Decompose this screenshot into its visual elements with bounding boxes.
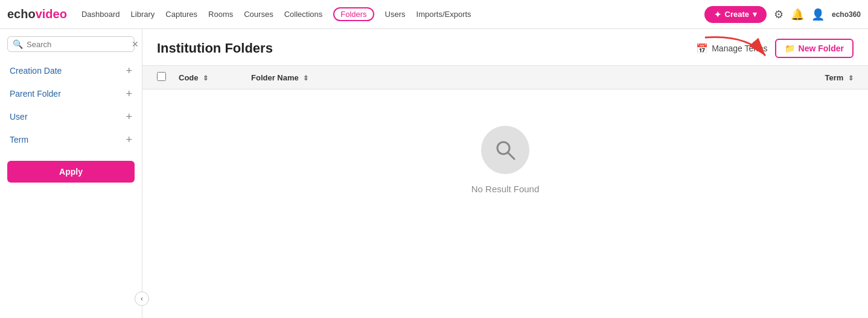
username-label: echo360 bbox=[832, 10, 861, 19]
code-column-label: Code bbox=[179, 73, 199, 82]
filter-parent-folder-label: Parent Folder bbox=[10, 89, 61, 99]
folder-name-column-label: Folder Name bbox=[251, 73, 299, 82]
folder-name-sort-icon: ⇕ bbox=[303, 74, 308, 82]
new-folder-label: New Folder bbox=[799, 44, 844, 53]
expand-term-icon: + bbox=[126, 134, 132, 145]
filter-creation-date-label: Creation Date bbox=[10, 66, 62, 76]
term-column-label: Term bbox=[825, 73, 844, 82]
table-area: Code ⇕ Folder Name ⇕ Term ⇕ bbox=[142, 66, 868, 318]
create-button[interactable]: ✦ Create ▾ bbox=[704, 6, 767, 23]
user-icon[interactable]: 👤 bbox=[811, 8, 825, 21]
nav-links: Dashboard Library Captures Rooms Courses… bbox=[81, 7, 704, 21]
empty-state: No Result Found bbox=[142, 89, 868, 230]
create-spark-icon: ✦ bbox=[714, 10, 721, 19]
th-code[interactable]: Code ⇕ bbox=[179, 73, 251, 82]
filter-user[interactable]: User + bbox=[0, 105, 142, 128]
code-sort-icon: ⇕ bbox=[203, 74, 208, 82]
top-navigation: echovideo Dashboard Library Captures Roo… bbox=[0, 0, 868, 29]
empty-search-icon-circle bbox=[481, 126, 529, 174]
manage-terms-button[interactable]: 📅 Manage Terms bbox=[696, 43, 767, 54]
main-layout: 🔍 ✕ Creation Date + Parent Folder + User… bbox=[0, 29, 868, 318]
nav-captures[interactable]: Captures bbox=[165, 10, 197, 19]
logo-video: video bbox=[36, 7, 67, 21]
manage-terms-label: Manage Terms bbox=[712, 44, 767, 53]
logo-echo: echo bbox=[7, 7, 36, 21]
expand-user-icon: + bbox=[126, 111, 132, 122]
filter-creation-date[interactable]: Creation Date + bbox=[0, 59, 142, 82]
th-folder-name[interactable]: Folder Name ⇕ bbox=[251, 73, 763, 82]
logo[interactable]: echovideo bbox=[7, 7, 67, 21]
nav-courses[interactable]: Courses bbox=[244, 10, 273, 19]
nav-dashboard[interactable]: Dashboard bbox=[81, 10, 120, 19]
no-result-text: No Result Found bbox=[471, 184, 540, 194]
svg-line-1 bbox=[508, 152, 514, 159]
page-title: Institution Folders bbox=[157, 41, 273, 56]
nav-collections[interactable]: Collections bbox=[284, 10, 323, 19]
term-sort-icon: ⇕ bbox=[848, 74, 854, 82]
bell-icon[interactable]: 🔔 bbox=[791, 8, 804, 21]
expand-parent-folder-icon: + bbox=[126, 88, 132, 99]
nav-folders[interactable]: Folders bbox=[333, 7, 374, 21]
search-icon: 🔍 bbox=[13, 39, 23, 49]
new-folder-button[interactable]: 📁 New Folder bbox=[775, 39, 854, 58]
calendar-icon: 📅 bbox=[696, 43, 708, 54]
create-chevron-icon: ▾ bbox=[753, 10, 757, 19]
nav-imports-exports[interactable]: Imports/Exports bbox=[416, 10, 471, 19]
main-content: Institution Folders 📅 Manage Terms 📁 New… bbox=[142, 29, 868, 318]
th-term[interactable]: Term ⇕ bbox=[763, 73, 854, 82]
nav-right-icons: ⚙ 🔔 👤 echo360 bbox=[774, 8, 861, 21]
folder-plus-icon: 📁 bbox=[785, 44, 795, 53]
create-label: Create bbox=[725, 10, 749, 19]
nav-users[interactable]: Users bbox=[385, 10, 406, 19]
magnifier-icon bbox=[493, 138, 517, 162]
sidebar: 🔍 ✕ Creation Date + Parent Folder + User… bbox=[0, 29, 142, 318]
expand-creation-date-icon: + bbox=[126, 65, 132, 76]
settings-icon[interactable]: ⚙ bbox=[774, 8, 783, 21]
filter-term-label: Term bbox=[10, 135, 28, 144]
nav-rooms[interactable]: Rooms bbox=[208, 10, 233, 19]
nav-library[interactable]: Library bbox=[131, 10, 155, 19]
th-checkbox bbox=[157, 72, 179, 83]
select-all-checkbox[interactable] bbox=[157, 72, 166, 81]
search-box[interactable]: 🔍 ✕ bbox=[7, 36, 135, 52]
header-actions: 📅 Manage Terms 📁 New Folder bbox=[696, 39, 854, 58]
filter-user-label: User bbox=[10, 112, 28, 122]
close-icon[interactable]: ✕ bbox=[132, 39, 139, 49]
sidebar-collapse-button[interactable]: ‹ bbox=[135, 291, 149, 306]
main-header: Institution Folders 📅 Manage Terms 📁 New… bbox=[142, 29, 868, 66]
filter-term[interactable]: Term + bbox=[0, 128, 142, 151]
apply-button[interactable]: Apply bbox=[7, 161, 135, 183]
filter-parent-folder[interactable]: Parent Folder + bbox=[0, 82, 142, 105]
table-header: Code ⇕ Folder Name ⇕ Term ⇕ bbox=[142, 66, 868, 89]
search-input[interactable] bbox=[27, 40, 128, 49]
